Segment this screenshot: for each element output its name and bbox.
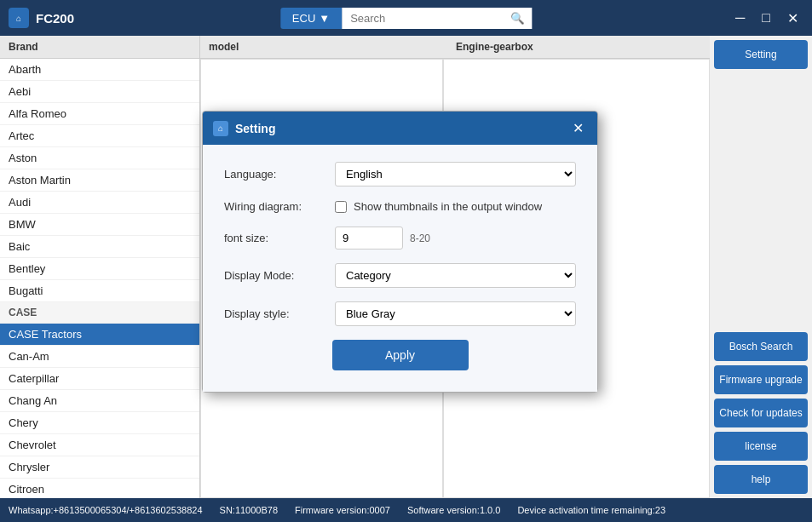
dialog-titlebar: ⌂ Setting ✕ (203, 112, 597, 145)
brand-item[interactable]: CASE (0, 302, 199, 324)
brand-item[interactable]: Chrysler (0, 456, 199, 479)
brand-item[interactable]: Citroen (0, 479, 199, 498)
brand-item[interactable]: Audi (0, 192, 199, 214)
wiring-checkbox-label: Show thumbnails in the output window (354, 200, 542, 213)
statusbar: Whatsapp:+8613500065304/+8613602538824 S… (0, 498, 812, 522)
dialog-title-icon: ⌂ (213, 121, 228, 136)
wiring-diagram-label: Wiring diagram: (224, 200, 335, 213)
font-size-control: 9 8-20 (335, 227, 576, 250)
wiring-diagram-checkbox[interactable] (335, 201, 347, 213)
check-updates-button[interactable]: Check for updates (714, 399, 808, 427)
brand-item[interactable]: Bentley (0, 258, 199, 280)
engine-gearbox-column-header: Engine-gearbox (447, 36, 710, 58)
device-activation-info: Device activation time remaining:23 (517, 505, 665, 515)
brand-header: Brand (0, 36, 199, 59)
brand-item[interactable]: Aston Martin (0, 169, 199, 192)
wiring-diagram-control: Show thumbnails in the output window (335, 200, 576, 213)
brand-item[interactable]: Alfa Romeo (0, 103, 199, 125)
setting-dialog: ⌂ Setting ✕ Language: English (202, 111, 598, 393)
app-title: FC200 (36, 11, 74, 26)
display-style-row: Display style: Blue Gray (224, 301, 576, 326)
model-column-header: model (200, 36, 447, 58)
setting-button[interactable]: Setting (714, 40, 808, 69)
font-size-row: font size: 9 8-20 (224, 227, 576, 250)
ecu-dropdown[interactable]: ECU ▼ (280, 8, 342, 29)
language-control: English (335, 162, 576, 186)
search-input[interactable] (342, 8, 529, 29)
bosch-search-button[interactable]: Bosch Search (714, 332, 808, 361)
brand-item[interactable]: Caterpillar (0, 368, 199, 390)
whatsapp-info: Whatsapp:+8613500065304/+8613602538824 (9, 505, 203, 515)
font-size-input[interactable]: 9 (335, 227, 403, 250)
brand-item[interactable]: Abarth (0, 59, 199, 81)
titlebar: ⌂ FC200 ECU ▼ 🔍 ─ □ ✕ (0, 0, 812, 36)
titlebar-center: ECU ▼ 🔍 (280, 8, 532, 29)
display-style-select[interactable]: Blue Gray (335, 301, 576, 326)
help-button[interactable]: help (714, 465, 808, 494)
sub-headers: model Engine-gearbox (200, 36, 710, 59)
brand-item[interactable]: Baic (0, 236, 199, 258)
wiring-diagram-row: Wiring diagram: Show thumbnails in the o… (224, 200, 576, 213)
firmware-upgrade-button[interactable]: Firmware upgrade (714, 365, 808, 394)
language-select[interactable]: English (335, 162, 576, 186)
language-label: Language: (224, 168, 335, 181)
brand-item[interactable]: BMW (0, 214, 199, 236)
brand-item[interactable]: Chevrolet (0, 434, 199, 456)
brand-item[interactable]: Chang An (0, 390, 199, 412)
font-size-label: font size: (224, 232, 335, 244)
maximize-button[interactable]: □ (757, 9, 775, 27)
brand-column-header: Brand (0, 36, 199, 58)
app-logo: ⌂ (9, 8, 29, 28)
software-version-info: Software version:1.0.0 (407, 505, 500, 515)
font-size-range: 8-20 (410, 232, 430, 244)
sn-info: SN:11000B78 (220, 505, 279, 515)
brand-item[interactable]: Aebi (0, 81, 199, 103)
language-row: Language: English (224, 162, 576, 186)
right-panel: Setting Bosch Search Firmware upgrade Ch… (710, 36, 812, 498)
dialog-body: Language: English Wiring diagram: Show t… (203, 145, 597, 392)
brand-item[interactable]: Aston (0, 147, 199, 169)
brand-item[interactable]: Chery (0, 412, 199, 434)
brand-item[interactable]: CASE Tractors (0, 324, 199, 346)
display-mode-row: Display Mode: Category (224, 263, 576, 288)
brand-panel: Brand AbarthAebiAlfa RomeoArtecAstonAsto… (0, 36, 200, 498)
brand-list[interactable]: AbarthAebiAlfa RomeoArtecAstonAston Mart… (0, 59, 199, 498)
display-mode-control: Category (335, 263, 576, 288)
brand-item[interactable]: Can-Am (0, 346, 199, 368)
apply-button[interactable]: Apply (332, 340, 469, 370)
window-controls: ─ □ ✕ (730, 9, 803, 28)
display-style-control: Blue Gray (335, 301, 576, 326)
dialog-title: Setting (235, 122, 562, 135)
display-mode-select[interactable]: Category (335, 263, 576, 288)
brand-item[interactable]: Bugatti (0, 280, 199, 302)
display-mode-label: Display Mode: (224, 269, 335, 282)
brand-item[interactable]: Artec (0, 125, 199, 147)
close-button[interactable]: ✕ (782, 9, 803, 28)
dialog-close-button[interactable]: ✕ (569, 120, 587, 136)
display-style-label: Display style: (224, 307, 335, 320)
license-button[interactable]: license (714, 432, 808, 461)
search-button[interactable]: 🔍 (504, 8, 532, 29)
minimize-button[interactable]: ─ (730, 9, 750, 27)
firmware-version-info: Firmware version:0007 (295, 505, 390, 515)
